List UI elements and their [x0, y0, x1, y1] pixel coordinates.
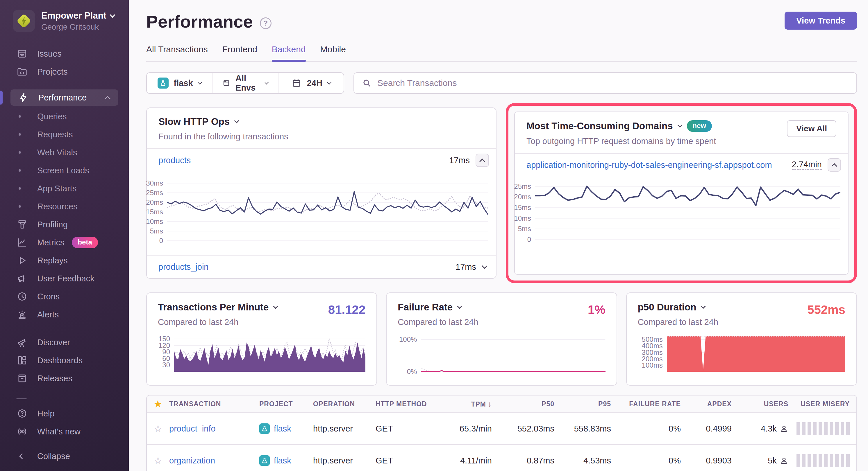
sidebar-item-whats-new[interactable]: What's new — [0, 423, 129, 440]
column-http-method[interactable]: HTTP METHOD — [376, 400, 437, 408]
star-toggle-icon[interactable]: ☆ — [147, 423, 169, 434]
sidebar-item-replays[interactable]: Replays — [0, 251, 129, 269]
http-method-cell: GET — [376, 424, 437, 434]
tab-mobile[interactable]: Mobile — [320, 44, 346, 61]
sidebar-item-profiling[interactable]: Profiling — [0, 215, 129, 233]
sidebar-item-issues[interactable]: Issues — [0, 45, 129, 63]
sidebar-item-alerts[interactable]: Alerts — [0, 305, 129, 324]
main-content: Performance ? View Trends All Transactio… — [129, 0, 868, 471]
column-apdex[interactable]: APDEX — [707, 400, 732, 408]
column-failure-rate[interactable]: FAILURE RATE — [629, 400, 681, 408]
sidebar-subitem-label: Web Vitals — [37, 148, 77, 157]
column-operation[interactable]: OPERATION — [313, 400, 376, 408]
collapse-products-button[interactable] — [475, 154, 489, 167]
sidebar-nav: Issues Projects Performance Queries Requ — [0, 45, 129, 440]
transactions-table: ★ TRANSACTION PROJECT OPERATION HTTP MET… — [146, 395, 857, 471]
user-icon — [780, 424, 788, 433]
tab-frontend[interactable]: Frontend — [222, 44, 257, 61]
bullet-icon — [19, 205, 21, 208]
sidebar-item-label: Metrics — [37, 238, 64, 247]
project-cell[interactable]: flask — [259, 424, 313, 434]
failure-rate-title[interactable]: Failure Rate — [398, 302, 605, 313]
search-transactions-input[interactable] — [377, 78, 848, 88]
failure-rate-chart: 100%0% — [398, 336, 605, 372]
slow-http-ops-title[interactable]: Slow HTTP Ops — [158, 116, 484, 127]
column-p95[interactable]: P95 — [598, 400, 611, 408]
tab-all-transactions[interactable]: All Transactions — [146, 44, 208, 61]
env-filter-dropdown[interactable]: All Envs — [212, 73, 278, 93]
tab-backend[interactable]: Backend — [272, 44, 306, 61]
column-user-misery[interactable]: USER MISERY — [801, 400, 850, 408]
domain-link[interactable]: application-monitoring-ruby-dot-sales-en… — [526, 160, 772, 170]
transaction-link[interactable]: organization — [169, 456, 259, 466]
broadcast-icon — [16, 426, 28, 437]
sidebar-item-help[interactable]: Help — [0, 404, 129, 423]
chevron-down-icon — [265, 80, 269, 84]
sidebar-item-screen-loads[interactable]: Screen Loads — [0, 162, 129, 179]
http-method-cell: GET — [376, 456, 437, 466]
sidebar-item-resources[interactable]: Resources — [0, 198, 129, 215]
org-name: Empower Plant — [41, 10, 106, 21]
star-header-icon[interactable]: ★ — [147, 398, 169, 410]
sidebar-item-user-feedback[interactable]: User Feedback — [0, 269, 129, 288]
p95-cell: 558.83ms — [574, 424, 611, 434]
sidebar-item-label: What's new — [37, 427, 81, 436]
column-transaction[interactable]: TRANSACTION — [169, 400, 259, 408]
help-icon — [16, 408, 28, 419]
sidebar-item-metrics[interactable]: Metrics beta — [0, 233, 129, 251]
column-tpm-sorted[interactable]: TPM↓ — [471, 400, 492, 409]
flask-project-icon — [259, 424, 270, 434]
sidebar-collapse-button[interactable]: Collapse — [0, 447, 129, 465]
domains-title[interactable]: Most Time-Consuming Domains new — [526, 120, 716, 132]
table-row: ☆ product_info flask http.server GET 65.… — [147, 413, 856, 445]
sidebar-item-queries[interactable]: Queries — [0, 107, 129, 126]
org-chevron-down-icon — [110, 12, 115, 18]
column-users[interactable]: USERS — [764, 400, 788, 408]
help-circle-icon[interactable]: ? — [260, 18, 272, 29]
sidebar-item-performance[interactable]: Performance — [10, 90, 118, 106]
view-all-button[interactable]: View All — [787, 120, 836, 137]
products-link[interactable]: products — [158, 156, 191, 165]
bullet-icon — [19, 133, 21, 136]
user-misery-bars — [797, 422, 850, 435]
apdex-cell: 0.4999 — [706, 424, 732, 434]
domain-time-spent[interactable]: 2.74min — [792, 160, 822, 170]
products-join-link[interactable]: products_join — [158, 262, 209, 272]
sidebar-item-projects[interactable]: Projects — [0, 63, 129, 81]
view-trends-button[interactable]: View Trends — [784, 12, 857, 30]
flask-project-icon — [259, 455, 270, 466]
star-toggle-icon[interactable]: ☆ — [147, 455, 169, 466]
sidebar-item-crons[interactable]: Crons — [0, 288, 129, 305]
column-p50[interactable]: P50 — [541, 400, 554, 408]
search-transactions-box — [353, 72, 857, 94]
calendar-icon — [291, 78, 302, 88]
tab-bar: All Transactions Frontend Backend Mobile — [146, 44, 857, 62]
sidebar-subitem-label: Screen Loads — [37, 166, 89, 175]
project-filter-dropdown[interactable]: flask — [147, 73, 212, 93]
sidebar-subitem-label: Queries — [37, 112, 67, 122]
sidebar-item-requests[interactable]: Requests — [0, 126, 129, 143]
sidebar-item-label: Replays — [37, 256, 68, 265]
search-icon — [362, 78, 372, 88]
expand-products-join-button[interactable] — [482, 263, 488, 269]
sidebar-item-discover[interactable]: Discover — [0, 333, 129, 351]
sidebar-item-app-starts[interactable]: App Starts — [0, 179, 129, 198]
project-cell[interactable]: flask — [259, 455, 313, 466]
collapse-domain-button[interactable] — [828, 158, 841, 172]
failure-rate-cell: 0% — [669, 456, 681, 466]
time-filter-label: 24H — [307, 78, 322, 88]
org-switcher[interactable]: Empower Plant George Gritsouk — [0, 0, 129, 32]
sidebar-item-dashboards[interactable]: Dashboards — [0, 351, 129, 369]
empower-plant-logo-icon — [15, 12, 33, 30]
performance-collapse-icon[interactable] — [105, 96, 111, 102]
sidebar-item-web-vitals[interactable]: Web Vitals — [0, 143, 129, 162]
project-filter-label: flask — [174, 78, 193, 88]
projects-icon — [16, 66, 28, 77]
column-project[interactable]: PROJECT — [259, 400, 313, 408]
sidebar-item-label: Discover — [37, 338, 70, 347]
chevron-down-icon — [677, 123, 682, 128]
dashboards-icon — [16, 355, 28, 366]
transaction-link[interactable]: product_info — [169, 424, 259, 434]
time-filter-dropdown[interactable]: 24H — [278, 73, 344, 93]
sidebar-item-releases[interactable]: Releases — [0, 369, 129, 388]
